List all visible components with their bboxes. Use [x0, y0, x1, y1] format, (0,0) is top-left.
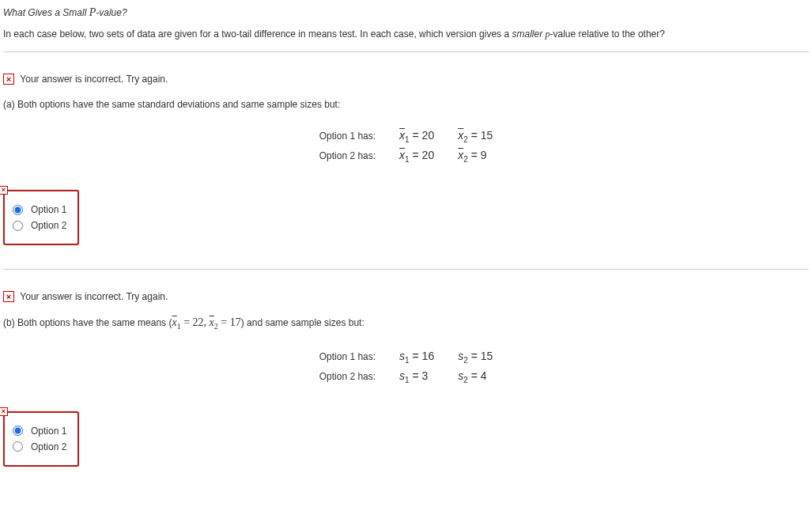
- part-a-section: × Your answer is incorrect. Try again. (…: [3, 73, 809, 269]
- part-b-data-table: Option 1 has: s1 = 16 s2 = 15 Option 2 h…: [307, 346, 506, 388]
- part-b-prompt: (b) Both options have the same means (x1…: [3, 316, 809, 331]
- radio-b-option1[interactable]: [13, 426, 23, 436]
- radio-b-option2-label[interactable]: Option 2: [31, 441, 66, 452]
- x-corner-icon: ×: [0, 407, 8, 416]
- radio-a-option1[interactable]: [13, 205, 23, 215]
- opt1-label: Option 1 has:: [308, 127, 387, 146]
- question-title: What Gives a Small P-value?: [3, 6, 809, 19]
- part-b-section: × Your answer is incorrect. Try again. (…: [3, 290, 809, 490]
- part-a-data-table: Option 1 has: x1 = 20 x2 = 15 Option 2 h…: [307, 126, 506, 167]
- feedback-text: Your answer is incorrect. Try again.: [20, 74, 168, 85]
- x-corner-icon: ×: [0, 186, 8, 195]
- divider: [3, 51, 809, 52]
- divider: [3, 269, 809, 270]
- radio-b-option2[interactable]: [13, 441, 23, 452]
- radio-a-option2-label[interactable]: Option 2: [31, 220, 66, 231]
- radio-a-option2[interactable]: [13, 221, 23, 231]
- opt2-label: Option 2 has:: [308, 368, 387, 386]
- opt1-val2: s2 = 15: [447, 348, 504, 366]
- opt2-val1: s1 = 3: [388, 368, 445, 386]
- answer-box-a: × Option 1 Option 2: [3, 190, 79, 245]
- opt2-val1: x1 = 20: [388, 147, 445, 165]
- opt2-label: Option 2 has:: [308, 147, 387, 165]
- x-icon: ×: [3, 291, 14, 302]
- radio-a-option1-label[interactable]: Option 1: [31, 204, 66, 215]
- opt1-val2: x2 = 15: [447, 127, 504, 146]
- feedback-a: × Your answer is incorrect. Try again.: [3, 73, 809, 85]
- opt2-val2: s2 = 4: [447, 368, 504, 386]
- opt2-val2: x2 = 9: [447, 147, 504, 165]
- part-a-prompt: (a) Both options have the same standard …: [3, 99, 809, 110]
- radio-b-option1-label[interactable]: Option 1: [31, 426, 66, 437]
- feedback-b: × Your answer is incorrect. Try again.: [3, 290, 809, 302]
- answer-box-b: × Option 1 Option 2: [3, 411, 79, 467]
- opt1-val1: s1 = 16: [388, 348, 445, 366]
- opt1-val1: x1 = 20: [388, 127, 445, 146]
- question-intro: In each case below, two sets of data are…: [3, 28, 809, 40]
- opt1-label: Option 1 has:: [308, 348, 387, 366]
- x-icon: ×: [3, 74, 14, 85]
- feedback-text: Your answer is incorrect. Try again.: [20, 291, 168, 302]
